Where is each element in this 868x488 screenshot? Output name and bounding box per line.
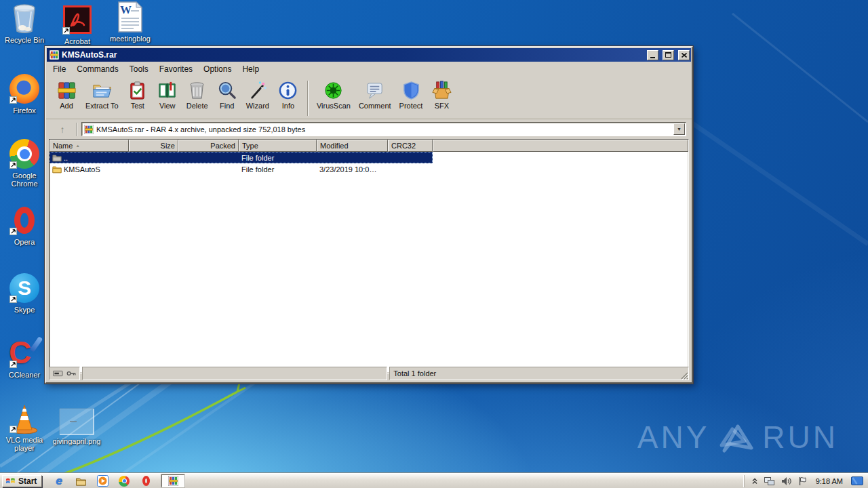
internet-explorer-icon[interactable]: e [53, 475, 65, 487]
desktop-icon-label: CCleaner [9, 371, 40, 379]
acrobat-icon [62, 4, 93, 35]
window-title: KMSAutoS.rar [62, 50, 643, 60]
sfx-box-icon [431, 80, 452, 101]
maximize-button[interactable] [663, 50, 674, 60]
shortcut-arrow-icon [9, 361, 17, 368]
menu-file[interactable]: File [47, 64, 71, 75]
shortcut-arrow-icon [9, 228, 17, 235]
menu-bar: File Commands Tools Favorites Options He… [46, 62, 692, 76]
desktop-icon-google-chrome[interactable]: Google Chrome [0, 138, 49, 188]
test-button[interactable]: Test [123, 79, 153, 111]
view-button[interactable]: View [153, 79, 182, 111]
column-header-modified[interactable]: Modified [317, 140, 388, 152]
close-button[interactable] [678, 50, 690, 60]
network-icon[interactable] [764, 476, 775, 486]
menu-help[interactable]: Help [237, 64, 264, 75]
file-modified: 3/23/2019 10:0… [317, 165, 388, 174]
protect-shield-icon [401, 80, 422, 101]
add-archive-icon [56, 80, 77, 101]
minimize-button[interactable] [647, 50, 658, 60]
up-one-level-button[interactable]: ↑ [53, 122, 72, 136]
volume-icon[interactable] [781, 476, 792, 486]
table-row-parent-dir[interactable]: .. File folder [50, 152, 433, 163]
status-icons-panel [49, 367, 80, 380]
show-hidden-icons-chevron[interactable] [751, 477, 758, 485]
word-document-icon: W [115, 1, 146, 33]
drive-icon [53, 370, 63, 377]
delete-button[interactable]: Delete [182, 79, 212, 111]
title-bar[interactable]: KMSAutoS.rar [47, 48, 691, 62]
desktop-icon-label: Google Chrome [0, 171, 49, 188]
file-list: Name ▲ Size Packed Type Modified CRC32 .… [49, 139, 689, 373]
ccleaner-icon: C [9, 338, 40, 369]
start-button[interactable]: Start [2, 475, 42, 487]
desktop-icon-opera[interactable]: Opera [0, 205, 49, 246]
find-button[interactable]: Find [212, 79, 242, 111]
extract-folder-icon [92, 80, 113, 101]
resize-grip[interactable] [679, 371, 688, 380]
winrar-task-button[interactable] [161, 474, 184, 487]
sort-ascending-icon: ▲ [75, 144, 80, 148]
column-header-size[interactable]: Size [129, 140, 178, 152]
explorer-folder-icon[interactable] [75, 475, 87, 487]
find-magnifier-icon [216, 80, 237, 101]
desktop-icon-label: Skype [14, 306, 35, 314]
menu-favorites[interactable]: Favorites [154, 64, 198, 75]
menu-options[interactable]: Options [198, 64, 237, 75]
info-icon [277, 80, 298, 101]
status-total-panel: Total 1 folder [389, 367, 689, 380]
desktop-icon-label: Acrobat [64, 37, 90, 45]
file-name: .. [64, 154, 68, 162]
up-folder-icon [52, 153, 62, 162]
column-header-crc32[interactable]: CRC32 [388, 140, 433, 152]
clock[interactable]: 9:18 AM [813, 477, 846, 485]
sfx-button[interactable]: SFX [427, 79, 456, 111]
comment-button[interactable]: Comment [355, 79, 395, 111]
desktop-icon-meetingblog[interactable]: W meetingblog [103, 1, 157, 43]
opera-icon [9, 205, 40, 236]
column-headers: Name ▲ Size Packed Type Modified CRC32 [50, 140, 688, 152]
desktop-icon-recycle-bin[interactable]: Recycle Bin [0, 3, 49, 44]
address-dropdown-button[interactable]: ▼ [673, 123, 685, 135]
table-row-kmsautos[interactable]: KMSAutoS File folder 3/23/2019 10:0… [50, 163, 433, 175]
wizard-button[interactable]: Wizard [242, 79, 273, 111]
svg-text:W: W [120, 3, 132, 16]
shortcut-arrow-icon [9, 296, 17, 303]
watermark-any-text: ANY [637, 419, 710, 455]
desktop-icon-acrobat[interactable]: Acrobat [53, 4, 102, 45]
column-header-filler [433, 140, 688, 152]
anyrun-logo-icon [715, 421, 757, 453]
desktop-icon-ccleaner[interactable]: C CCleaner [0, 338, 49, 379]
desktop-icon-firefox[interactable]: Firefox [0, 73, 49, 115]
status-message-panel [82, 367, 387, 380]
winrar-window: KMSAutoS.rar File Commands Tools Favorit… [45, 46, 693, 384]
desktop-icon-label: VLC media player [0, 436, 49, 452]
column-header-name[interactable]: Name ▲ [50, 140, 129, 152]
address-combobox[interactable]: KMSAutoS.rar - RAR 4.x archive, unpacked… [81, 122, 686, 136]
opera-taskbar-icon[interactable] [140, 475, 152, 487]
desktop-icon-skype[interactable]: S Skype [0, 272, 49, 314]
extract-to-button[interactable]: Extract To [81, 79, 123, 111]
desktop-icon-vlc[interactable]: VLC media player [0, 403, 49, 452]
action-center-flag-icon[interactable] [797, 476, 808, 486]
chrome-taskbar-icon[interactable] [118, 475, 130, 487]
winrar-app-icon [50, 50, 59, 60]
menu-tools[interactable]: Tools [124, 64, 154, 75]
column-header-type[interactable]: Type [239, 140, 317, 152]
media-player-icon[interactable] [96, 475, 108, 487]
desktop-icon-givingapril[interactable]: givingapril.png [47, 408, 106, 445]
delete-trash-icon [186, 80, 208, 101]
protect-button[interactable]: Protect [395, 79, 427, 111]
watermark-run-text: RUN [762, 419, 838, 455]
key-icon [66, 370, 77, 377]
start-label: Start [18, 476, 37, 486]
info-button[interactable]: Info [273, 79, 303, 111]
column-header-packed[interactable]: Packed [178, 140, 239, 152]
menu-commands[interactable]: Commands [71, 64, 123, 75]
address-row: ↑ KMSAutoS.rar - RAR 4.x archive, unpack… [46, 119, 692, 139]
archive-path-text: KMSAutoS.rar - RAR 4.x archive, unpacked… [96, 125, 671, 134]
view-book-icon [157, 80, 178, 101]
show-desktop-icon[interactable] [851, 476, 863, 485]
add-button[interactable]: Add [52, 79, 81, 111]
virusscan-button[interactable]: VirusScan [313, 79, 355, 111]
